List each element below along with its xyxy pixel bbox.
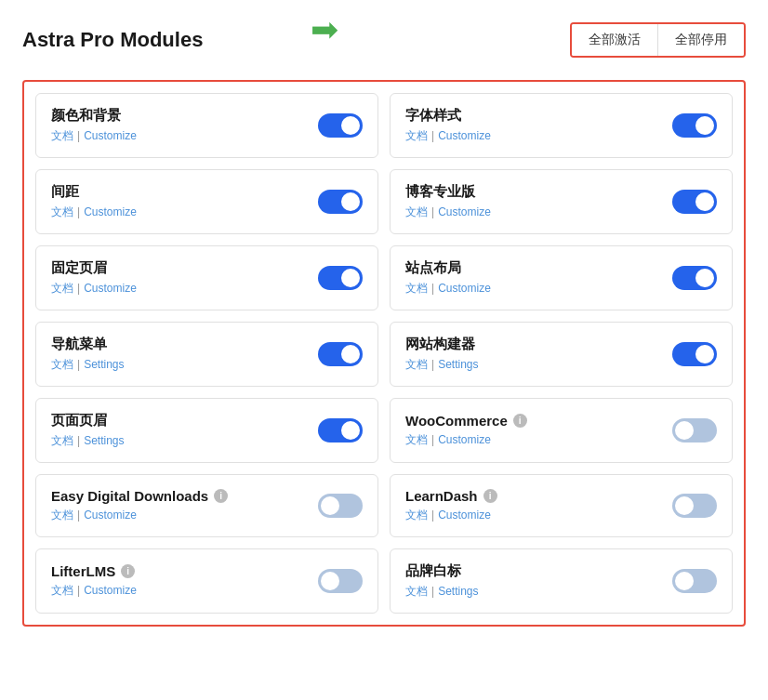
- module-card-spacing: 间距文档|Customize: [35, 169, 378, 234]
- module-link-nav-menu-1[interactable]: Settings: [84, 358, 124, 371]
- module-name-blog-pro: 博客专业版: [405, 183, 491, 201]
- module-link-lifterlms-1[interactable]: Customize: [84, 584, 137, 597]
- module-info-typography: 字体样式文档|Customize: [405, 107, 491, 144]
- module-info-sticky-header: 固定页眉文档|Customize: [51, 259, 137, 297]
- modules-grid: 颜色和背景文档|Customize字体样式文档|Customize间距文档|Cu…: [22, 80, 746, 627]
- module-links-site-builder: 文档|Settings: [405, 357, 478, 373]
- info-icon-lifterlms[interactable]: i: [121, 564, 135, 578]
- toggle-site-layout[interactable]: [672, 266, 717, 290]
- info-icon-learndash[interactable]: i: [483, 489, 497, 503]
- module-card-blog-pro: 博客专业版文档|Customize: [390, 169, 733, 234]
- separator-sticky-header-1: |: [77, 282, 80, 295]
- module-link-easy-digital-downloads-0[interactable]: 文档: [51, 508, 73, 522]
- separator-easy-digital-downloads-1: |: [77, 508, 80, 522]
- module-info-lifterlms: LifterLMSi文档|Customize: [51, 563, 137, 599]
- toggle-slider-lifterlms: [318, 569, 363, 593]
- toggle-slider-learndash: [672, 494, 717, 518]
- module-link-typography-0[interactable]: 文档: [405, 129, 428, 142]
- separator-lifterlms-1: |: [77, 584, 80, 597]
- module-link-blog-pro-0[interactable]: 文档: [405, 205, 428, 218]
- separator-white-label-1: |: [431, 585, 434, 598]
- header-buttons: 全部激活 全部停用: [570, 22, 746, 58]
- module-link-easy-digital-downloads-1[interactable]: Customize: [84, 508, 137, 522]
- module-link-site-builder-1[interactable]: Settings: [438, 358, 478, 371]
- module-card-easy-digital-downloads: Easy Digital Downloadsi文档|Customize: [35, 474, 378, 537]
- toggle-slider-nav-menu: [318, 342, 363, 366]
- toggle-slider-typography: [672, 113, 717, 138]
- module-link-learndash-1[interactable]: Customize: [438, 508, 491, 522]
- toggle-learndash[interactable]: [672, 494, 717, 518]
- info-icon-easy-digital-downloads[interactable]: i: [214, 489, 228, 503]
- module-link-learndash-0[interactable]: 文档: [405, 508, 428, 522]
- module-info-blog-pro: 博客专业版文档|Customize: [405, 183, 491, 220]
- toggle-woocommerce[interactable]: [672, 418, 717, 442]
- module-link-sticky-header-1[interactable]: Customize: [84, 282, 137, 295]
- separator-site-builder-1: |: [431, 358, 434, 371]
- module-link-page-header-1[interactable]: Settings: [84, 434, 124, 447]
- module-link-woocommerce-1[interactable]: Customize: [438, 433, 491, 446]
- module-info-site-layout: 站点布局文档|Customize: [405, 259, 491, 297]
- module-link-spacing-0[interactable]: 文档: [51, 205, 73, 218]
- module-links-blog-pro: 文档|Customize: [405, 205, 491, 220]
- module-card-nav-menu: 导航菜单文档|Settings: [35, 322, 378, 387]
- toggle-site-builder[interactable]: [672, 342, 717, 366]
- toggle-sticky-header[interactable]: [318, 266, 363, 290]
- module-info-easy-digital-downloads: Easy Digital Downloadsi文档|Customize: [51, 488, 228, 523]
- module-link-sticky-header-0[interactable]: 文档: [51, 282, 73, 295]
- toggle-typography[interactable]: [672, 113, 717, 138]
- module-link-woocommerce-0[interactable]: 文档: [405, 433, 428, 446]
- module-link-site-layout-1[interactable]: Customize: [438, 282, 491, 295]
- module-name-nav-menu: 导航菜单: [51, 336, 124, 353]
- module-info-learndash: LearnDashi文档|Customize: [405, 488, 497, 523]
- toggle-white-label[interactable]: [672, 569, 717, 593]
- module-link-color-background-1[interactable]: Customize: [84, 129, 137, 142]
- module-link-page-header-0[interactable]: 文档: [51, 434, 73, 447]
- module-name-page-header: 页面页眉: [51, 412, 124, 429]
- module-link-spacing-1[interactable]: Customize: [84, 205, 137, 218]
- module-name-site-builder: 网站构建器: [405, 336, 478, 353]
- module-links-learndash: 文档|Customize: [405, 508, 497, 523]
- toggle-slider-sticky-header: [318, 266, 363, 290]
- module-links-easy-digital-downloads: 文档|Customize: [51, 508, 228, 523]
- module-link-site-builder-0[interactable]: 文档: [405, 358, 428, 371]
- module-card-sticky-header: 固定页眉文档|Customize: [35, 245, 378, 310]
- info-icon-woocommerce[interactable]: i: [513, 414, 527, 428]
- toggle-page-header[interactable]: [318, 418, 363, 442]
- toggle-easy-digital-downloads[interactable]: [318, 494, 363, 518]
- toggle-slider-white-label: [672, 569, 717, 593]
- module-links-color-background: 文档|Customize: [51, 128, 137, 144]
- separator-learndash-1: |: [431, 508, 434, 522]
- module-link-blog-pro-1[interactable]: Customize: [438, 205, 491, 218]
- module-card-site-layout: 站点布局文档|Customize: [390, 245, 733, 310]
- toggle-spacing[interactable]: [318, 190, 363, 214]
- toggle-blog-pro[interactable]: [672, 190, 717, 214]
- module-links-nav-menu: 文档|Settings: [51, 357, 124, 373]
- module-card-white-label: 品牌白标文档|Settings: [390, 548, 733, 614]
- module-link-site-layout-0[interactable]: 文档: [405, 282, 428, 295]
- module-info-page-header: 页面页眉文档|Settings: [51, 412, 124, 449]
- module-name-white-label: 品牌白标: [405, 562, 478, 580]
- module-links-woocommerce: 文档|Customize: [405, 432, 527, 448]
- page-container: Astra Pro Modules ➡ 全部激活 全部停用 颜色和背景文档|Cu…: [22, 22, 746, 627]
- module-card-lifterlms: LifterLMSi文档|Customize: [35, 548, 378, 614]
- separator-nav-menu-1: |: [77, 358, 80, 371]
- module-link-color-background-0[interactable]: 文档: [51, 129, 73, 142]
- module-link-nav-menu-0[interactable]: 文档: [51, 358, 73, 371]
- deactivate-all-button[interactable]: 全部停用: [658, 24, 744, 56]
- toggle-slider-blog-pro: [672, 190, 717, 214]
- separator-typography-1: |: [431, 129, 434, 142]
- module-info-white-label: 品牌白标文档|Settings: [405, 562, 478, 600]
- module-link-typography-1[interactable]: Customize: [438, 129, 491, 142]
- separator-site-layout-1: |: [431, 282, 434, 295]
- module-info-spacing: 间距文档|Customize: [51, 183, 137, 220]
- toggle-slider-site-layout: [672, 266, 717, 290]
- toggle-lifterlms[interactable]: [318, 569, 363, 593]
- toggle-color-background[interactable]: [318, 113, 363, 138]
- module-link-white-label-0[interactable]: 文档: [405, 585, 428, 598]
- toggle-nav-menu[interactable]: [318, 342, 363, 366]
- module-name-easy-digital-downloads: Easy Digital Downloadsi: [51, 488, 228, 504]
- module-link-white-label-1[interactable]: Settings: [438, 585, 478, 598]
- separator-woocommerce-1: |: [431, 433, 434, 446]
- activate-all-button[interactable]: 全部激活: [572, 24, 658, 56]
- module-link-lifterlms-0[interactable]: 文档: [51, 584, 73, 597]
